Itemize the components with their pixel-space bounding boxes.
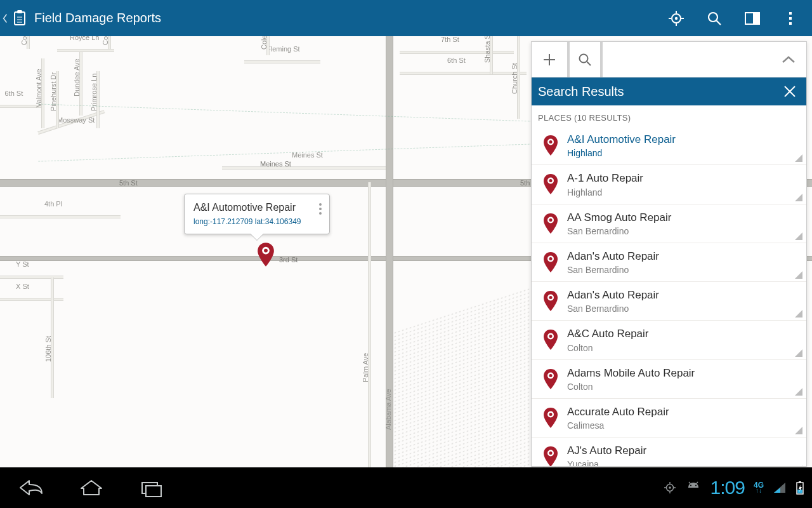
pin-icon: [543, 135, 558, 156]
result-location: Colton: [567, 382, 797, 392]
result-expand-icon[interactable]: [795, 154, 802, 162]
overflow-menu-icon[interactable]: [780, 8, 801, 29]
search-result-item[interactable]: A&C Auto RepairColton: [532, 320, 806, 359]
pin-icon: [543, 369, 558, 389]
pin-icon: [543, 252, 558, 272]
panel-collapse-icon[interactable]: [771, 42, 806, 77]
svg-point-12: [580, 54, 588, 62]
result-expand-icon[interactable]: [795, 271, 802, 279]
result-name: Adan's Auto Repair: [567, 250, 797, 263]
map-callout[interactable]: A&I Automotive Repair long:-117.212709 l…: [184, 194, 330, 234]
result-location: Colton: [567, 343, 797, 353]
search-result-item[interactable]: A&I Automotive RepairHighland: [532, 126, 806, 164]
app-icon: [10, 9, 29, 28]
result-name: AJ's Auto Repair: [567, 444, 797, 457]
app-title: Field Damage Reports: [34, 11, 666, 25]
result-name: Adams Mobile Auto Repair: [567, 366, 797, 380]
locate-icon[interactable]: [666, 8, 686, 29]
road: [490, 36, 493, 74]
road: [56, 71, 59, 128]
search-icon[interactable]: [704, 8, 724, 29]
search-result-item[interactable]: Adams Mobile Auto RepairColton: [532, 359, 806, 398]
svg-line-20: [696, 482, 698, 484]
result-expand-icon[interactable]: [795, 427, 802, 434]
road: [41, 58, 44, 128]
search-result-item[interactable]: AJ's Auto RepairYucaipa: [532, 437, 806, 466]
road-label: 4th Pl: [44, 200, 62, 208]
result-name: A&C Auto Repair: [567, 327, 797, 340]
callout-coordinates: long:-117.212709 lat:34.106349: [193, 217, 306, 226]
status-battery-icon: [796, 481, 804, 495]
status-gps-icon: [664, 481, 676, 494]
map-pin-selected[interactable]: [257, 243, 275, 267]
callout-overflow-icon[interactable]: [317, 201, 324, 217]
result-expand-icon[interactable]: [795, 388, 802, 396]
results-list: A&I Automotive RepairHighlandA-1 Auto Re…: [532, 126, 806, 466]
svg-rect-2: [15, 12, 25, 25]
road: [57, 49, 114, 52]
search-result-item[interactable]: Adan's Auto RepairSan Bernardino: [532, 243, 806, 281]
nav-back-icon[interactable]: [18, 478, 46, 497]
result-location: Calimesa: [567, 420, 797, 431]
svg-point-5: [675, 17, 678, 19]
status-network-icon: 4G ↑↓: [754, 482, 764, 494]
result-location: Highland: [567, 148, 797, 158]
pin-icon: [543, 213, 558, 234]
nav-home-icon[interactable]: [77, 478, 105, 497]
road: [222, 166, 393, 170]
tab-add[interactable]: [532, 42, 567, 77]
road-label: 6th St: [447, 57, 466, 64]
map-boundary-line: [38, 104, 533, 121]
result-expand-icon[interactable]: [795, 465, 802, 466]
result-name: A-1 Auto Repair: [567, 171, 797, 185]
svg-rect-22: [799, 481, 801, 483]
search-panel: Search Results PLACES (10 RESULTS) A&I A…: [531, 41, 807, 467]
close-icon[interactable]: [780, 81, 800, 102]
svg-rect-9: [789, 12, 792, 15]
svg-point-6: [709, 13, 717, 22]
road-label: Fleming St: [266, 45, 300, 53]
status-signal-icon: [773, 481, 787, 494]
search-result-item[interactable]: AA Smog Auto RepairSan Bernardino: [532, 204, 806, 243]
result-name: AA Smog Auto Repair: [567, 211, 797, 224]
svg-rect-8: [753, 13, 759, 24]
result-expand-icon[interactable]: [795, 194, 802, 201]
road: [51, 277, 54, 398]
road: [27, 36, 30, 49]
svg-point-18: [695, 485, 697, 486]
road: [368, 182, 371, 467]
result-name: Accurate Auto Repair: [567, 405, 797, 418]
nav-recent-icon[interactable]: [137, 478, 165, 497]
pin-icon: [543, 446, 558, 466]
road-label: Y St: [16, 260, 29, 268]
pin-icon: [543, 408, 558, 428]
result-name: A&I Automotive Repair: [567, 133, 797, 146]
road: [0, 276, 63, 279]
search-result-item[interactable]: A-1 Auto RepairHighland: [532, 164, 806, 203]
search-result-item[interactable]: Adan's Auto RepairSan Bernardino: [532, 281, 806, 320]
result-location: Yucaipa: [567, 459, 797, 466]
pin-icon: [543, 291, 558, 311]
svg-rect-14: [146, 486, 161, 497]
result-location: San Bernardino: [567, 226, 797, 236]
panel-tabs: [532, 42, 806, 77]
pin-icon: [543, 330, 558, 350]
panel-toggle-icon[interactable]: [742, 8, 763, 29]
search-result-item[interactable]: Accurate Auto RepairCalimesa: [532, 398, 806, 437]
back-button[interactable]: [0, 12, 8, 25]
road: [244, 60, 320, 64]
svg-line-19: [689, 482, 691, 484]
status-clock: 1:09: [710, 477, 745, 498]
tab-search[interactable]: [567, 42, 603, 77]
callout-title: A&I Automotive Repair: [193, 202, 306, 213]
road: [266, 36, 270, 55]
road: [108, 36, 111, 49]
result-expand-icon[interactable]: [795, 349, 802, 357]
result-expand-icon[interactable]: [795, 310, 802, 318]
road: [386, 36, 393, 467]
result-expand-icon[interactable]: [795, 232, 802, 240]
road: [79, 52, 82, 116]
road: [517, 36, 520, 119]
result-name: Adan's Auto Repair: [567, 288, 797, 302]
svg-rect-11: [789, 22, 792, 25]
